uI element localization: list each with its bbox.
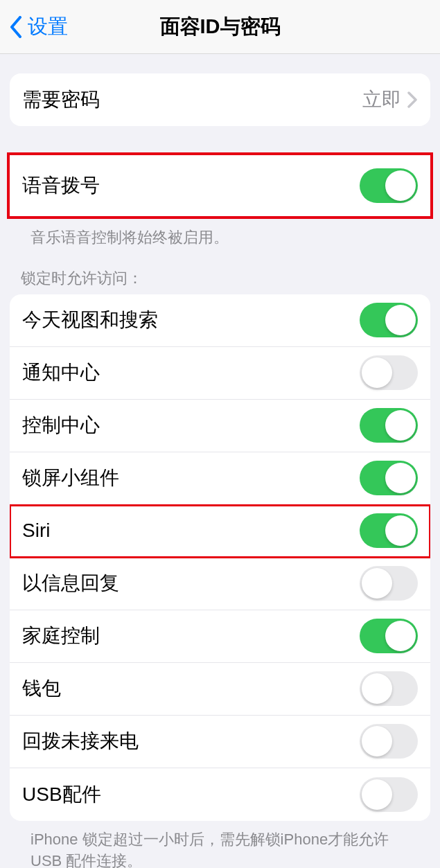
- lock-access-footer: iPhone 锁定超过一小时后，需先解锁iPhone才能允许USB 配件连接。: [10, 821, 430, 868]
- row-require-passcode[interactable]: 需要密码 立即: [10, 73, 430, 126]
- row-label: 通知中心: [22, 360, 360, 386]
- back-label: 设置: [25, 13, 68, 41]
- toggle-lock-item[interactable]: [360, 461, 418, 495]
- row-lock-item: 以信息回复: [10, 558, 430, 610]
- row-lock-item: 锁屏小组件: [10, 452, 430, 505]
- row-label: Siri: [22, 520, 360, 542]
- toggle-voice-dial[interactable]: [360, 168, 418, 203]
- row-lock-item: 今天视图和搜索: [10, 294, 430, 347]
- row-lock-item: 通知中心: [10, 347, 430, 400]
- toggle-lock-item[interactable]: [360, 724, 418, 759]
- toggle-lock-item[interactable]: [360, 619, 418, 653]
- row-label: 回拨未接来电: [22, 728, 360, 754]
- toggle-lock-item[interactable]: [360, 513, 418, 548]
- group-voice-dial: 语音拨号 音乐语音控制将始终被启用。: [10, 152, 430, 249]
- group-lock-access: 今天视图和搜索通知中心控制中心锁屏小组件Siri以信息回复家庭控制钱包回拨未接来…: [10, 294, 430, 868]
- row-label: 控制中心: [22, 412, 360, 439]
- chevron-right-icon: [407, 90, 418, 109]
- lock-access-header: 锁定时允许访问：: [0, 249, 440, 294]
- row-lock-item: USB配件: [10, 768, 430, 821]
- chevron-left-icon: [7, 13, 25, 41]
- row-label: 需要密码: [22, 87, 362, 113]
- toggle-lock-item[interactable]: [360, 355, 418, 390]
- toggle-lock-item[interactable]: [360, 566, 418, 601]
- row-label: 今天视图和搜索: [22, 307, 360, 333]
- row-lock-item: 控制中心: [10, 400, 430, 452]
- row-label: 语音拨号: [22, 172, 360, 199]
- page-title: 面容ID与密码: [160, 13, 281, 41]
- row-label: 钱包: [22, 675, 360, 702]
- row-label: 锁屏小组件: [22, 465, 360, 491]
- toggle-lock-item[interactable]: [360, 671, 418, 706]
- row-label: 家庭控制: [22, 623, 360, 649]
- row-voice-dial: 语音拨号: [10, 155, 430, 216]
- toggle-lock-item[interactable]: [360, 303, 418, 337]
- row-lock-item: Siri: [10, 505, 430, 558]
- row-value: 立即: [362, 87, 401, 113]
- row-lock-item: 钱包: [10, 663, 430, 716]
- group-require-passcode: 需要密码 立即: [10, 73, 430, 126]
- voice-dial-footer: 音乐语音控制将始终被启用。: [10, 219, 430, 249]
- row-label: USB配件: [22, 781, 360, 808]
- toggle-lock-item[interactable]: [360, 777, 418, 812]
- toggle-lock-item[interactable]: [360, 408, 418, 443]
- row-lock-item: 回拨未接来电: [10, 716, 430, 768]
- row-label: 以信息回复: [22, 570, 360, 596]
- nav-header: 设置 面容ID与密码: [0, 0, 440, 54]
- row-lock-item: 家庭控制: [10, 610, 430, 663]
- back-button[interactable]: 设置: [0, 13, 68, 41]
- highlight-box-voice-dial: 语音拨号: [7, 152, 433, 219]
